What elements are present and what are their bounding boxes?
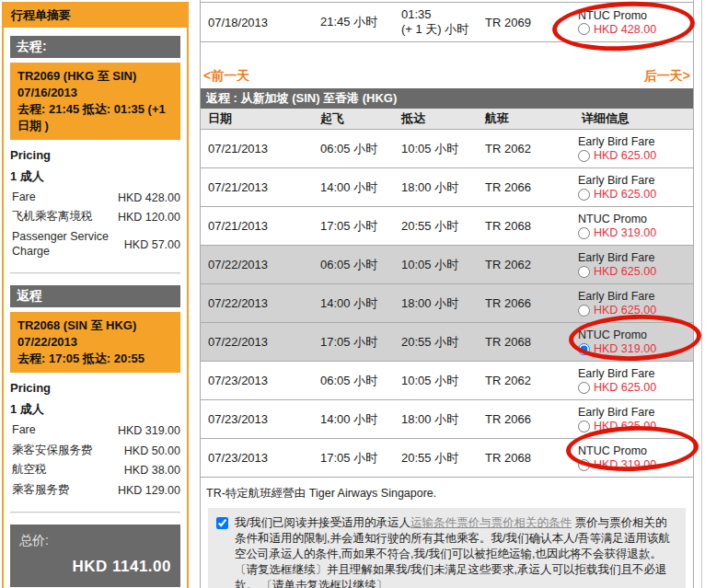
- fare-radio[interactable]: [578, 23, 590, 35]
- fare-radio[interactable]: [578, 382, 590, 394]
- fare-name: NTUC Promo: [578, 9, 693, 22]
- fare-radio[interactable]: [578, 266, 590, 278]
- flight-date-cell: 07/22/2013: [201, 296, 316, 310]
- fare-name: Early Bird Fare: [578, 174, 693, 187]
- fare-price: HKD 319.00: [594, 458, 656, 471]
- flight-arrival-cell: 18:00 小时: [397, 295, 478, 312]
- outbound-section-header: 去程:: [10, 36, 180, 58]
- col-flight: 航班: [478, 110, 565, 127]
- fare-cell: Early Bird Fare HKD 625.00: [565, 174, 693, 201]
- fee-row: Passenger Service Charge HKD 57.00: [10, 227, 180, 261]
- fare-radio[interactable]: [578, 421, 590, 432]
- return-flights-header: 返程 : 从新加坡 (SIN) 至香港 (HKG): [201, 88, 693, 109]
- fee-label: Fare: [12, 423, 118, 438]
- flight-date-cell: 07/21/2013: [201, 142, 316, 156]
- flight-departure-cell: 06:05 小时: [316, 141, 397, 157]
- flight-departure-cell: 14:00 小时: [316, 179, 397, 196]
- fare-radio[interactable]: [578, 150, 590, 162]
- flight-number-cell: TR 2062: [478, 374, 565, 387]
- fare-name: Early Bird Fare: [578, 367, 693, 380]
- fee-label: Passenger Service Charge: [12, 230, 124, 259]
- flight-row[interactable]: 07/22/2013 06:05 小时 10:05 小时 TR 2062 Ear…: [201, 246, 693, 284]
- fare-radio-selected[interactable]: [578, 343, 590, 355]
- flight-arrival-cell: 01:35 (+ 1 天) 小时: [397, 7, 478, 38]
- fare-price: HKD 625.00: [594, 188, 656, 201]
- terms-checkbox[interactable]: [216, 517, 228, 529]
- fee-value: HKD 428.00: [118, 191, 180, 204]
- flight-number-cell: TR 2066: [478, 180, 565, 194]
- terms-text: 我/我们已阅读并接受适用的承运人运输条件票价与票价相关的条件 票价与票价相关的条…: [235, 515, 677, 588]
- operator-note: TR-特定航班經營由 Tiger Airways Singapore.: [206, 486, 693, 502]
- flight-departure-cell: 14:00 小时: [316, 411, 397, 428]
- flight-departure-cell: 17:05 小时: [316, 334, 397, 351]
- booking-page: 行程单摘要 去程: TR2069 (HKG 至 SIN) 07/16/2013 …: [0, 0, 705, 588]
- flight-number-cell: TR 2066: [478, 296, 565, 310]
- flight-number-cell: TR 2069: [478, 16, 565, 29]
- fare-cell: NTUC Promo HKD 319.00: [565, 444, 693, 471]
- fee-value: HKD 319.00: [118, 424, 180, 437]
- fee-label: 乘客安保服务费: [12, 444, 124, 458]
- flight-row[interactable]: 07/23/2013 14:00 小时 18:00 小时 TR 2066 Ear…: [201, 400, 693, 439]
- fee-value: HKD 50.00: [124, 444, 180, 457]
- flight-row[interactable]: 07/22/2013 14:00 小时 18:00 小时 TR 2066 Ear…: [201, 284, 693, 323]
- fee-label: Fare: [12, 190, 118, 205]
- flight-departure-cell: 14:00 小时: [316, 295, 397, 312]
- fare-name: Early Bird Fare: [578, 290, 693, 303]
- col-date: 日期: [201, 110, 316, 127]
- flight-departure-cell: 21:45 小时: [316, 14, 397, 30]
- fare-name: Early Bird Fare: [578, 135, 693, 148]
- return-pax-label: 1 成人: [10, 401, 180, 418]
- return-section-header: 返程: [10, 285, 180, 307]
- fee-value: HKD 129.00: [118, 484, 180, 497]
- fare-name: NTUC Promo: [578, 213, 693, 225]
- fee-row: 飞机乘客离境税 HKD 120.00: [10, 207, 180, 227]
- fare-cell: Early Bird Fare HKD 625.00: [565, 406, 693, 432]
- fee-value: HKD 38.00: [124, 464, 180, 477]
- flight-row[interactable]: 07/21/2013 17:05 小时 20:55 小时 TR 2068 NTU…: [201, 207, 693, 246]
- outbound-flight-number: TR2069 (HKG 至 SIN): [17, 68, 173, 85]
- return-flight-number: TR2068 (SIN 至 HKG): [17, 317, 173, 334]
- fare-price: HKD 319.00: [594, 226, 656, 239]
- flight-arrival-cell: 10:05 小时: [397, 257, 478, 273]
- fare-radio[interactable]: [578, 459, 590, 471]
- itinerary-summary-panel: 行程单摘要 去程: TR2069 (HKG 至 SIN) 07/16/2013 …: [2, 2, 189, 588]
- fare-price: HKD 625.00: [594, 420, 656, 432]
- fare-price: HKD 625.00: [594, 265, 656, 278]
- fee-row: 航空税 HKD 38.00: [10, 460, 180, 480]
- fare-name: NTUC Promo: [578, 444, 693, 457]
- flight-date-cell: 07/21/2013: [201, 180, 316, 194]
- col-departure: 起飞: [316, 110, 397, 127]
- flight-row[interactable]: 07/23/2013 06:05 小时 10:05 小时 TR 2062 Ear…: [201, 362, 693, 400]
- fare-radio[interactable]: [578, 227, 590, 239]
- prev-day-link[interactable]: <前一天: [203, 68, 249, 85]
- col-arrival: 抵达: [397, 110, 478, 127]
- fare-radio[interactable]: [578, 189, 590, 201]
- flight-row[interactable]: 07/21/2013 14:00 小时 18:00 小时 TR 2066 Ear…: [201, 168, 693, 207]
- fee-label: 航空税: [12, 463, 124, 478]
- flight-arrival-cell: 10:05 小时: [397, 141, 478, 157]
- fee-label: 飞机乘客离境税: [12, 210, 118, 225]
- terms-link[interactable]: 运输条件票价与票价相关的条件: [410, 516, 572, 529]
- next-day-link[interactable]: 后一天>: [644, 68, 690, 85]
- flight-row-selected[interactable]: 07/22/2013 17:05 小时 20:55 小时 TR 2068 NTU…: [201, 323, 693, 362]
- flight-selection-panel: 07/18/2013 21:45 小时 01:35 (+ 1 天) 小时 TR …: [200, 0, 694, 588]
- flight-date-cell: 07/21/2013: [201, 219, 316, 233]
- outbound-pax-label: 1 成人: [10, 168, 180, 185]
- flight-number-cell: TR 2062: [478, 142, 565, 156]
- flight-number-cell: TR 2066: [478, 412, 565, 426]
- flight-date-cell: 07/23/2013: [201, 374, 316, 387]
- flight-date-cell: 07/22/2013: [201, 258, 316, 271]
- flight-row[interactable]: 07/21/2013 06:05 小时 10:05 小时 TR 2062 Ear…: [201, 130, 693, 168]
- return-flight-box: TR2068 (SIN 至 HKG) 07/22/2013 去程: 17:05 …: [10, 312, 180, 373]
- fare-radio[interactable]: [578, 305, 590, 317]
- fee-value: HKD 57.00: [124, 238, 180, 251]
- flight-number-cell: TR 2068: [478, 451, 565, 465]
- flight-row[interactable]: 07/23/2013 17:05 小时 20:55 小时 TR 2068 NTU…: [201, 439, 693, 478]
- flight-arrival-cell: 20:55 小时: [397, 218, 478, 235]
- fare-cell: NTUC Promo HKD 428.00: [565, 9, 693, 36]
- flight-date-cell: 07/22/2013: [201, 335, 316, 349]
- outbound-flight-row[interactable]: 07/18/2013 21:45 小时 01:35 (+ 1 天) 小时 TR …: [201, 2, 693, 42]
- return-pricing-label: Pricing: [10, 381, 180, 395]
- fare-cell: Early Bird Fare HKD 625.00: [565, 251, 693, 278]
- flight-date-cell: 07/18/2013: [201, 16, 316, 29]
